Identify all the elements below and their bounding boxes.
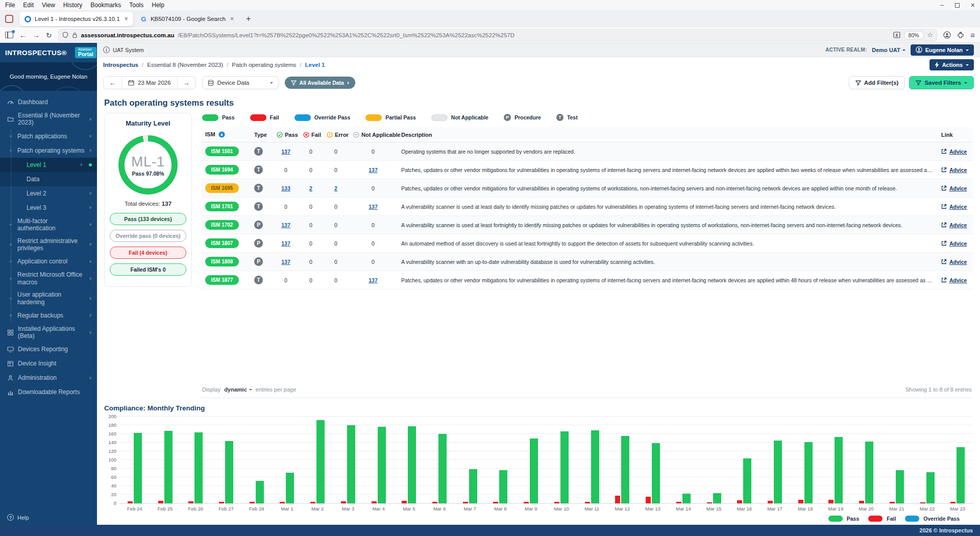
advice-link[interactable]: Advice <box>941 204 969 210</box>
tab-close-icon[interactable]: × <box>230 15 234 22</box>
next-day-button[interactable]: → <box>178 77 195 89</box>
pass-bar[interactable] <box>560 431 569 503</box>
advice-link[interactable]: Advice <box>941 240 969 247</box>
pass-bar[interactable] <box>926 472 935 503</box>
fail-bar[interactable] <box>372 501 377 503</box>
advice-link[interactable]: Advice <box>941 259 969 265</box>
fail-bar[interactable] <box>219 502 224 503</box>
new-tab-button[interactable]: + <box>241 14 256 23</box>
sidebar-item-device-insight[interactable]: Device Insight <box>0 357 97 371</box>
back-icon[interactable]: ← <box>19 32 27 39</box>
maturity-button-fail[interactable]: Fail (4 devices) <box>110 247 186 259</box>
maturity-button-failedisms[interactable]: Failed ISM's 0 <box>110 263 186 276</box>
na-count[interactable]: 137 <box>369 167 378 173</box>
fail-bar[interactable] <box>828 500 834 503</box>
all-available-data-pill[interactable]: All Available Data › <box>285 77 355 89</box>
fail-bar[interactable] <box>432 502 437 503</box>
pass-bar[interactable] <box>316 420 325 503</box>
pass-bar[interactable] <box>378 427 386 503</box>
advice-link[interactable]: Advice <box>941 185 969 191</box>
date-picker[interactable]: 23 Mar 2026 <box>121 77 178 89</box>
sidebar-item-patch-applications[interactable]: Patch applications∨ <box>0 129 97 143</box>
sidebar-item-dashboard[interactable]: Dashboard <box>0 95 97 109</box>
pass-bar[interactable] <box>743 458 751 503</box>
menubar-item-tools[interactable]: Tools <box>129 2 143 9</box>
fail-bar[interactable] <box>646 497 651 503</box>
breadcrumb-item[interactable]: Essential 8 (November 2023) <box>147 62 223 68</box>
pass-bar[interactable] <box>865 442 873 503</box>
sidebar-item-data[interactable]: Data <box>0 172 97 186</box>
fail-bar[interactable] <box>615 496 620 503</box>
fail-bar[interactable] <box>737 500 742 503</box>
pass-bar[interactable] <box>164 431 173 503</box>
fail-bar[interactable] <box>950 502 955 503</box>
minimize-button[interactable]: – <box>940 2 944 9</box>
column-header-fail[interactable]: Fail <box>299 127 323 142</box>
pass-bar[interactable] <box>347 425 355 503</box>
entries-per-page-select[interactable]: dynamic <box>224 386 252 393</box>
advice-link[interactable]: Advice <box>941 222 969 228</box>
firefox-view-icon[interactable] <box>5 15 13 23</box>
sidebar-item-level-3[interactable]: Level 3∨ <box>0 201 97 215</box>
forward-icon[interactable]: → <box>33 32 40 39</box>
menu-hamburger-icon[interactable]: ≡ <box>970 31 975 39</box>
prev-day-button[interactable]: ← <box>104 77 121 89</box>
saved-filters-button[interactable]: Saved Filters <box>909 76 974 89</box>
sidebar-item-level-1[interactable]: Level 1∨ <box>0 158 97 172</box>
pass-bar[interactable] <box>286 473 294 503</box>
na-count[interactable]: 137 <box>369 277 378 283</box>
fail-bar[interactable] <box>768 501 773 503</box>
sidebar-item-multi-factor-authentication[interactable]: Multi-factor authentication∨ <box>0 215 97 235</box>
zoom-level-badge[interactable]: 80% <box>904 31 924 39</box>
breadcrumb-item[interactable]: Patch operating systems <box>232 62 296 68</box>
sidebar-item-application-control[interactable]: Application control∨ <box>0 254 97 269</box>
maximize-button[interactable] <box>955 3 960 8</box>
help-link[interactable]: ? Help <box>0 510 97 525</box>
sidebar-item-administration[interactable]: Administration∨ <box>0 371 97 385</box>
pass-bar[interactable] <box>225 441 233 503</box>
fail-bar[interactable] <box>188 501 193 503</box>
ism-badge[interactable]: ISM 1701 <box>205 202 239 211</box>
bookmark-star-icon[interactable]: ☆ <box>927 31 934 39</box>
fail-bar[interactable] <box>250 502 255 503</box>
pass-bar[interactable] <box>499 470 507 503</box>
ism-badge[interactable]: ISM 1807 <box>205 238 239 248</box>
na-count[interactable]: 137 <box>369 204 378 210</box>
pass-count[interactable]: 137 <box>281 259 290 265</box>
breadcrumb-item[interactable]: Introspectus <box>103 62 138 68</box>
column-header-pass[interactable]: Pass <box>273 127 299 142</box>
fail-bar[interactable] <box>158 501 163 503</box>
column-header-type[interactable]: Type <box>250 127 273 142</box>
pass-bar[interactable] <box>713 493 721 503</box>
fail-bar[interactable] <box>798 500 803 503</box>
fail-bar[interactable] <box>890 502 895 503</box>
breadcrumb-item[interactable]: Level 1 <box>305 62 325 68</box>
column-header-ism[interactable]: ISM↑ <box>201 127 250 142</box>
fail-count[interactable]: 2 <box>309 185 312 191</box>
actions-button[interactable]: Actions <box>929 59 974 70</box>
pass-count[interactable]: 137 <box>281 240 290 247</box>
fail-bar[interactable] <box>585 502 590 503</box>
menubar-item-history[interactable]: History <box>63 2 82 9</box>
sidebar-item-installed-applications-beta-[interactable]: Installed Applications (Beta)∨ <box>0 323 97 343</box>
sidebar-item-essential-8-november-2023-[interactable]: Essential 8 (November 2023)∧ <box>0 109 97 129</box>
pass-bar[interactable] <box>652 443 660 503</box>
active-realm-selector[interactable]: Demo UAT <box>872 47 905 53</box>
pass-bar[interactable] <box>774 441 782 503</box>
column-header-not-applicable[interactable]: Not Applicable <box>349 127 397 142</box>
ism-badge[interactable]: ISM 1501 <box>205 147 239 156</box>
sidebar-item-restrict-microsoft-office-macros[interactable]: Restrict Microsoft Office macros∨ <box>0 269 97 288</box>
sidebar-toggle-icon[interactable] <box>5 32 13 38</box>
user-menu-button[interactable]: Eugene Nolan <box>911 44 974 56</box>
extensions-puzzle-icon[interactable] <box>957 32 964 39</box>
fail-bar[interactable] <box>128 501 133 503</box>
ism-badge[interactable]: ISM 1877 <box>205 275 239 285</box>
maturity-button-pass[interactable]: Pass (133 devices) <box>110 213 186 225</box>
pass-bar[interactable] <box>438 434 447 503</box>
fail-bar[interactable] <box>859 501 864 503</box>
pass-bar[interactable] <box>256 481 264 503</box>
pass-bar[interactable] <box>682 494 691 503</box>
fail-bar[interactable] <box>493 502 498 503</box>
column-header-description[interactable]: Description <box>397 127 937 142</box>
sidebar-item-regular-backups[interactable]: Regular backups∨ <box>0 308 97 323</box>
